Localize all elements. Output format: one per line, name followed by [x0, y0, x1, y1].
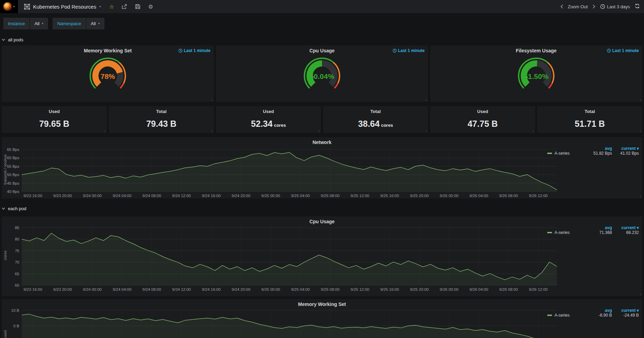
- x-axis-tick-label: 9/24 20:00: [232, 194, 250, 198]
- template-variables-bar: InstanceAll▾NamespaceAll▾: [0, 13, 644, 34]
- y-axis-tick-label: 0 B: [13, 324, 20, 328]
- legend-series-row: A-series71.36868.232: [547, 230, 639, 235]
- row-header-all-pods[interactable]: all pods: [2, 34, 642, 45]
- share-icon[interactable]: [122, 4, 127, 9]
- zoom-out-left-chevron[interactable]: [560, 4, 563, 9]
- stat-value: 51.71 B: [537, 119, 642, 129]
- legend-header-row: avgcurrent ▾: [547, 225, 639, 230]
- x-axis-tick-label: 9/24 16:00: [202, 287, 220, 291]
- x-axis-tick-label: 9/25 20:00: [410, 194, 429, 198]
- y-axis-tick-label: 10 B: [11, 308, 19, 313]
- series-color-swatch-icon: [547, 153, 552, 154]
- panel-timeshift-label: Last 1 minute: [393, 48, 425, 53]
- legend-series-toggle[interactable]: A-series: [547, 313, 585, 318]
- save-icon[interactable]: [135, 4, 141, 9]
- stat-value: 79.43 B: [109, 119, 214, 129]
- legend-sort-avg[interactable]: avg: [585, 308, 612, 313]
- panel-stat-used-0: Used79.65 B: [2, 106, 107, 133]
- x-axis-tick-label: 9/25 16:00: [380, 194, 399, 198]
- clock-icon: [600, 4, 605, 9]
- row-header-each-pod[interactable]: each pod: [2, 201, 642, 216]
- panel-title[interactable]: Used: [430, 109, 535, 114]
- y-axis-tick-label: 60: [15, 283, 19, 287]
- panel-cpu-usage-each-pod: Cpu Usage 9/23 16:009/23 20:009/24 00:00…: [2, 216, 642, 296]
- legend-sort-current[interactable]: current ▾: [612, 146, 639, 151]
- legend-sort-avg[interactable]: avg: [585, 146, 612, 151]
- legend-series-name: A-series: [554, 151, 570, 156]
- variable-label-instance[interactable]: Instance: [3, 18, 29, 29]
- graph-legend: avgcurrent ▾A-series51.82 Bps41.02 Bps: [547, 146, 639, 156]
- panel-resize-handle[interactable]: [424, 98, 427, 101]
- stat-value: 38.64cores: [323, 119, 428, 129]
- time-range-picker[interactable]: Last 3 days: [600, 4, 630, 9]
- graph-canvas: 9/23 16:009/23 20:009/24 00:009/24 04:00…: [2, 299, 642, 338]
- chevron-down-icon: [2, 207, 5, 210]
- time-range-label: Last 3 days: [607, 4, 630, 9]
- graph-canvas: 9/23 16:009/23 20:009/24 00:009/24 04:00…: [2, 216, 642, 296]
- y-axis-label: cores: [3, 250, 7, 260]
- legend-series-toggle[interactable]: A-series: [547, 230, 585, 235]
- panel-resize-handle[interactable]: [210, 98, 213, 101]
- panel-resize-handle[interactable]: [638, 129, 642, 132]
- stat-unit: cores: [274, 123, 286, 128]
- grafana-menu-button[interactable]: ▾: [0, 0, 18, 13]
- y-axis-tick-label: 65: [15, 272, 19, 276]
- variable-label-namespace[interactable]: Namespace: [53, 18, 85, 29]
- x-axis-tick-label: 9/25 12:00: [351, 287, 369, 291]
- x-axis-tick-label: 9/26 00:00: [440, 194, 458, 198]
- x-axis-tick-label: 9/24 08:00: [143, 194, 161, 198]
- refresh-icon[interactable]: [635, 3, 640, 10]
- panel-resize-handle[interactable]: [424, 129, 427, 132]
- panel-title[interactable]: Total: [109, 109, 214, 114]
- panel-resize-handle[interactable]: [210, 129, 213, 132]
- y-axis-label: used: [3, 330, 7, 338]
- stat-value: 79.65 B: [2, 119, 107, 129]
- panel-stat-used-2: Used52.34cores: [216, 106, 321, 133]
- panel-title[interactable]: Used: [216, 109, 321, 114]
- gauge-value: 50.04%: [310, 72, 334, 80]
- gauge-panels-row: Memory Working SetLast 1 minute78%Cpu Us…: [2, 45, 642, 102]
- y-axis-tick-label: 75: [15, 249, 19, 253]
- legend-current-value: -24.49 B: [612, 313, 639, 318]
- panel-stat-total-3: Total38.64cores: [323, 106, 428, 133]
- gear-icon[interactable]: ⚙: [148, 3, 153, 10]
- legend-sort-avg[interactable]: avg: [585, 225, 612, 230]
- panel-resize-handle[interactable]: [317, 129, 320, 132]
- legend-series-row: A-series51.82 Bps41.02 Bps: [547, 151, 639, 156]
- zoom-out-right-chevron[interactable]: [593, 4, 595, 9]
- panel-gauge-2: Filesystem UsageLast 1 minute51.50%: [430, 45, 642, 102]
- x-axis-tick-label: 9/24 08:00: [143, 287, 161, 291]
- panel-timeshift-label: Last 1 minute: [607, 48, 639, 53]
- legend-header-row: avgcurrent ▾: [547, 308, 639, 313]
- graph-legend: avgcurrent ▾A-series71.36868.232: [547, 225, 639, 235]
- y-axis-tick-label: 45 Bps: [7, 181, 19, 185]
- panel-title[interactable]: Total: [323, 109, 428, 114]
- panel-title[interactable]: Used: [2, 109, 107, 114]
- zoom-out-button[interactable]: Zoom Out: [568, 4, 588, 9]
- panel-resize-handle[interactable]: [638, 98, 642, 101]
- star-icon[interactable]: ☆: [109, 3, 114, 10]
- variable-value-dropdown[interactable]: All▾: [30, 18, 48, 29]
- variable-value-dropdown[interactable]: All▾: [86, 18, 104, 29]
- panel-title[interactable]: Total: [537, 109, 642, 114]
- stat-number: 79.65 B: [39, 119, 70, 129]
- panel-resize-handle[interactable]: [531, 129, 534, 132]
- panel-resize-handle[interactable]: [103, 129, 106, 132]
- x-axis-tick-label: 9/24 12:00: [172, 287, 191, 291]
- legend-sort-current[interactable]: current ▾: [612, 225, 639, 230]
- chevron-down-icon: ▾: [99, 5, 101, 8]
- gauge-chart: 78%: [85, 57, 131, 93]
- chevron-down-icon: [2, 39, 5, 41]
- legend-avg-value: -6.90 B: [585, 313, 612, 318]
- dashboard-title-dropdown[interactable]: Kubernetes Pod Resources ▾: [18, 0, 106, 13]
- gauge: 51.50%: [430, 57, 642, 93]
- series-color-swatch-icon: [547, 315, 552, 316]
- x-axis-tick-label: 9/26 04:00: [469, 194, 488, 198]
- legend-series-toggle[interactable]: A-series: [547, 151, 585, 156]
- clock-icon: [393, 49, 397, 53]
- variable-selected-value: All: [34, 21, 39, 26]
- y-axis-tick-label: 85: [15, 226, 19, 230]
- legend-sort-current[interactable]: current ▾: [612, 308, 639, 313]
- x-axis-tick-label: 9/26 12:00: [529, 287, 548, 291]
- chevron-down-icon: ▾: [98, 22, 100, 25]
